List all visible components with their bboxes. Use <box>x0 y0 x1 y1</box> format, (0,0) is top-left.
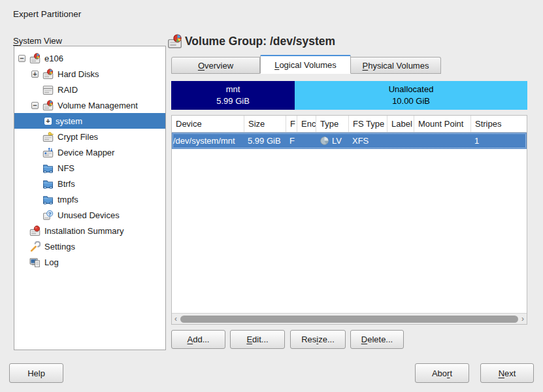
sidebar-item-label: Log <box>44 257 59 267</box>
usage-segment-name: Unallocated <box>389 84 434 95</box>
scroll-left-icon[interactable]: ‹ <box>172 314 180 324</box>
sidebar-item-nfs[interactable]: NFS <box>14 160 165 176</box>
sidebar-item-hard-disks[interactable]: +Hard Disks <box>14 66 165 82</box>
tab-physical-volumes[interactable]: Physical Volumes <box>351 57 441 74</box>
usage-segment-size: 5.99 GiB <box>216 95 250 107</box>
cell-device: /dev/system/mnt <box>172 133 244 149</box>
wrench-icon <box>29 241 41 252</box>
delete-button[interactable]: Delete... <box>350 330 404 349</box>
button-label: Abort <box>432 368 452 378</box>
tab-label: Physical Volumes <box>363 61 429 71</box>
button-label: Add... <box>188 335 210 344</box>
tab-overview[interactable]: Overview <box>171 57 260 74</box>
column-header-label: Stripes <box>475 119 501 129</box>
sidebar-item-label: e106 <box>44 54 63 63</box>
help-button[interactable]: Help <box>9 363 63 383</box>
cell-f: F <box>286 133 297 149</box>
page-title: Volume Group: /dev/system <box>185 35 335 48</box>
usage-segment-mnt: mnt5.99 GiB <box>171 81 295 110</box>
tab-logical-volumes[interactable]: Logical Volumes <box>260 55 351 74</box>
button-label: Edit... <box>246 335 268 344</box>
cell-stripes: 1 <box>471 133 527 149</box>
system-view-tree: −e106+Hard DisksRAID−Volume Management+s… <box>14 46 166 350</box>
scroll-right-icon[interactable]: › <box>519 314 527 324</box>
column-header-size[interactable]: Size <box>244 116 286 132</box>
sidebar-item-label: Btrfs <box>58 179 75 189</box>
column-header-device[interactable]: Device <box>172 116 244 132</box>
sidebar-item-settings[interactable]: Settings <box>14 238 165 254</box>
usage-segment-unallocated: Unallocated10.00 GiB <box>295 81 527 110</box>
abort-button[interactable]: Abort <box>415 363 469 383</box>
cell-value: F <box>289 136 295 146</box>
column-header-enc[interactable]: Enc <box>297 116 316 132</box>
column-header-label: Label <box>391 119 412 129</box>
column-header-label: Type <box>320 119 338 129</box>
disk-mapper-icon <box>42 147 54 158</box>
sidebar-item-installation-summary[interactable]: Installation Summary <box>14 223 165 238</box>
tree-expander-icon[interactable]: − <box>31 102 39 109</box>
column-header-stripes[interactable]: Stripes <box>471 116 527 132</box>
sidebar-item-label: Unused Devices <box>58 210 120 220</box>
cell-value: 5.99 GiB <box>248 136 281 146</box>
sidebar-item-system[interactable]: +system <box>14 113 165 129</box>
sidebar-item-e106[interactable]: −e106 <box>14 50 165 66</box>
button-label: Next <box>499 368 516 378</box>
net-folder-icon <box>42 178 54 189</box>
table-body: /dev/system/mnt5.99 GiBFLVXFS1 <box>172 133 527 149</box>
button-label: Resize... <box>301 335 335 344</box>
add-button[interactable]: Add... <box>171 330 225 349</box>
monitor-doc-icon <box>29 257 41 268</box>
tree-expander-icon[interactable]: − <box>18 55 25 62</box>
column-header-label[interactable]: Label <box>387 116 414 132</box>
disk-red-icon <box>29 225 41 237</box>
logical-volumes-table: DeviceSizeFEncTypeFS TypeLabelMount Poin… <box>171 115 527 325</box>
svg-text:?: ? <box>48 210 52 216</box>
disk-key-icon <box>42 131 54 142</box>
cell-label <box>387 133 414 149</box>
usage-segment-name: mnt <box>226 84 240 95</box>
tree-expander-icon[interactable]: + <box>31 71 39 78</box>
sidebar-item-device-mapper[interactable]: Device Mapper <box>14 144 165 160</box>
sidebar-item-log[interactable]: Log <box>14 254 165 270</box>
sidebar-item-crypt-files[interactable]: Crypt Files <box>14 129 165 144</box>
sidebar-item-label: Installation Summary <box>44 226 123 236</box>
button-label: Delete... <box>361 335 393 344</box>
sidebar-item-label: system <box>56 116 82 126</box>
button-label: Help <box>27 368 45 378</box>
column-header-mount-point[interactable]: Mount Point <box>414 116 471 132</box>
sidebar-item-label: Crypt Files <box>58 132 98 142</box>
tree-expander-icon[interactable]: + <box>44 118 52 125</box>
column-header-label: Mount Point <box>418 119 463 129</box>
sidebar-item-volume-management[interactable]: −Volume Management <box>14 97 165 113</box>
table-header: DeviceSizeFEncTypeFS TypeLabelMount Poin… <box>172 116 527 133</box>
doc-question-icon: ? <box>42 210 54 221</box>
sidebar-item-label: tmpfs <box>58 195 78 204</box>
sidebar-item-label: Volume Management <box>58 101 138 110</box>
horizontal-scrollbar[interactable]: ‹ › <box>172 313 527 324</box>
lv-pie-icon <box>320 136 329 146</box>
cell-value: LV <box>332 136 342 146</box>
column-header-label: F <box>290 119 295 129</box>
column-header-type[interactable]: Type <box>316 116 349 132</box>
column-header-f[interactable]: F <box>286 116 297 132</box>
volume-group-icon <box>167 34 182 49</box>
sidebar-item-tmpfs[interactable]: tmpfs <box>14 191 165 207</box>
column-header-fs-type[interactable]: FS Type <box>349 116 387 132</box>
scrollbar-thumb[interactable] <box>180 316 518 323</box>
cell-type: LV <box>316 133 349 149</box>
sidebar-item-unused-devices[interactable]: ?Unused Devices <box>14 207 165 223</box>
sidebar-item-label: NFS <box>58 163 74 173</box>
disk-plain-icon <box>42 84 54 95</box>
resize-button[interactable]: Resize... <box>290 330 346 349</box>
sidebar-item-label: RAID <box>58 85 78 95</box>
sidebar-item-label: Device Mapper <box>58 148 114 157</box>
table-row[interactable]: /dev/system/mnt5.99 GiBFLVXFS1 <box>172 133 527 149</box>
column-header-label: Size <box>248 119 265 129</box>
cell-value: XFS <box>352 136 369 146</box>
cell-mount-point <box>414 133 471 149</box>
cell-value: 1 <box>474 136 479 146</box>
sidebar-item-btrfs[interactable]: Btrfs <box>14 176 165 191</box>
next-button[interactable]: Next <box>480 363 534 383</box>
edit-button[interactable]: Edit... <box>230 330 285 349</box>
sidebar-item-raid[interactable]: RAID <box>14 82 165 97</box>
